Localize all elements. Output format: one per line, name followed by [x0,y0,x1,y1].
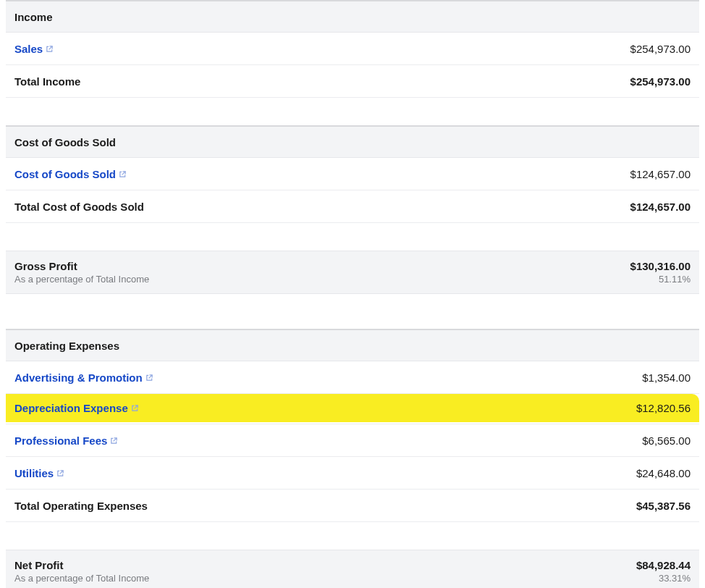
net-profit-pct: 33.31% [659,573,691,584]
opex-total-label: Total Operating Expenses [14,500,636,512]
net-profit-title: Net Profit [14,559,149,571]
external-link-icon [46,45,54,53]
professional-fees-label: Professional Fees [14,434,107,447]
cogs-line: Cost of Goods Sold $124,657.00 [6,158,699,190]
cogs-total-label: Total Cost of Goods Sold [14,201,630,213]
professional-fees-amount: $6,565.00 [642,434,691,447]
profit-loss-report: Income Sales $254,973.00 Total Income $2… [0,0,705,588]
opex-line-utilities: Utilities $24,648.00 [6,457,699,490]
gross-profit-summary: Gross Profit As a percentage of Total In… [6,251,699,294]
depreciation-amount: $12,820.56 [636,402,691,414]
income-total-amount: $254,973.00 [630,75,691,88]
income-line-sales: Sales $254,973.00 [6,33,699,65]
utilities-amount: $24,648.00 [636,467,691,479]
external-link-icon [110,437,118,445]
opex-line-depreciation: Depreciation Expense $12,820.56 [6,394,699,422]
utilities-label: Utilities [14,467,54,479]
income-total-row: Total Income $254,973.00 [6,65,699,98]
gross-profit-title: Gross Profit [14,260,149,272]
opex-line-advertising: Advertising & Promotion $1,354.00 [6,361,699,394]
sales-amount: $254,973.00 [630,43,691,55]
opex-total-row: Total Operating Expenses $45,387.56 [6,490,699,522]
utilities-link[interactable]: Utilities [14,467,64,479]
net-profit-amount: $84,928.44 [636,559,691,571]
gross-profit-sub: As a percentage of Total Income [14,274,149,285]
net-profit-summary: Net Profit As a percentage of Total Inco… [6,550,699,588]
depreciation-label: Depreciation Expense [14,402,128,414]
income-total-label: Total Income [14,75,630,88]
gross-profit-amount: $130,316.00 [630,260,691,272]
professional-fees-link[interactable]: Professional Fees [14,434,118,447]
net-profit-sub: As a percentage of Total Income [14,573,149,584]
advertising-link[interactable]: Advertising & Promotion [14,371,153,384]
external-link-icon [56,469,64,477]
opex-total-amount: $45,387.56 [636,500,691,512]
cogs-total-amount: $124,657.00 [630,201,691,213]
opex-section-header: Operating Expenses [6,329,699,361]
cogs-total-row: Total Cost of Goods Sold $124,657.00 [6,190,699,223]
cogs-label: Cost of Goods Sold [14,168,116,180]
sales-label: Sales [14,43,43,55]
external-link-icon [145,374,153,382]
external-link-icon [119,170,127,178]
advertising-amount: $1,354.00 [642,371,691,384]
advertising-label: Advertising & Promotion [14,371,143,384]
sales-link[interactable]: Sales [14,43,54,55]
depreciation-link[interactable]: Depreciation Expense [14,402,139,414]
cogs-section-header: Cost of Goods Sold [6,125,699,158]
income-section-header: Income [6,0,699,33]
opex-line-professional-fees: Professional Fees $6,565.00 [6,424,699,457]
cogs-amount: $124,657.00 [630,168,691,180]
external-link-icon [131,404,139,412]
gross-profit-pct: 51.11% [659,274,691,285]
cogs-link[interactable]: Cost of Goods Sold [14,168,127,180]
